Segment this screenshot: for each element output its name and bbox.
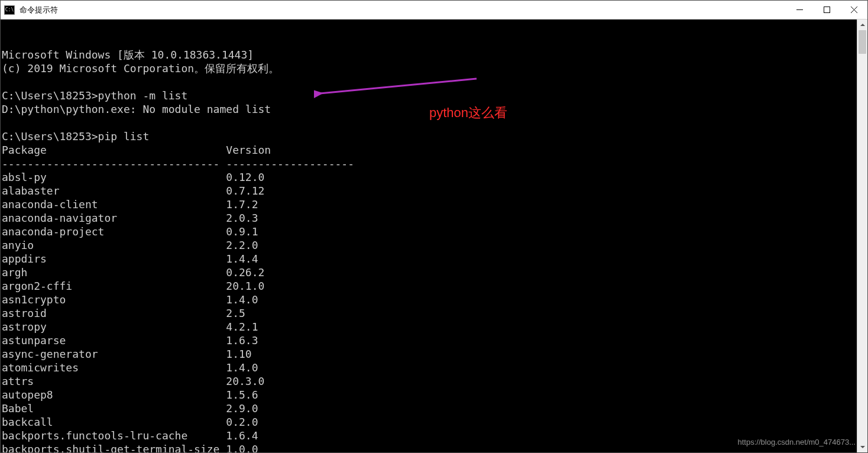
terminal-line: argon2-cffi 20.1.0 (2, 279, 867, 293)
chevron-up-icon (860, 22, 865, 27)
terminal-line: C:\Users\18253>python -m list (2, 89, 867, 102)
terminal-line: alabaster 0.7.12 (2, 184, 867, 198)
scroll-down-button[interactable] (857, 442, 867, 452)
terminal-line: astropy 4.2.1 (2, 320, 867, 334)
chevron-down-icon (860, 445, 865, 449)
vertical-scrollbar[interactable] (857, 20, 867, 452)
terminal-content: Microsoft Windows [版本 10.0.18363.1443](c… (2, 48, 867, 452)
terminal-line: async-generator 1.10 (2, 347, 867, 361)
terminal-area[interactable]: Microsoft Windows [版本 10.0.18363.1443](c… (1, 20, 867, 452)
maximize-icon (824, 7, 830, 13)
window-controls (786, 1, 867, 19)
terminal-line: anyio 2.2.0 (2, 238, 867, 252)
terminal-line: anaconda-client 1.7.2 (2, 198, 867, 211)
scroll-up-button[interactable] (857, 20, 867, 30)
titlebar[interactable]: C:\ 命令提示符 (1, 1, 867, 20)
terminal-line: backcall 0.2.0 (2, 415, 867, 429)
window-title: 命令提示符 (20, 5, 58, 15)
minimize-button[interactable] (786, 1, 813, 19)
terminal-line: C:\Users\18253>pip list (2, 130, 867, 143)
terminal-line: astunparse 1.6.3 (2, 334, 867, 347)
maximize-button[interactable] (813, 1, 840, 19)
close-icon (851, 7, 857, 13)
svg-rect-1 (824, 7, 830, 13)
terminal-line: autopep8 1.5.6 (2, 388, 867, 402)
cmd-icon: C:\ (4, 5, 15, 15)
terminal-line: anaconda-navigator 2.0.3 (2, 211, 867, 225)
terminal-line: D:\python\python.exe: No module named li… (2, 102, 867, 116)
command-prompt-window: C:\ 命令提示符 Microsoft Windows [版本 10.0.183… (0, 0, 868, 453)
terminal-line: absl-py 0.12.0 (2, 170, 867, 184)
terminal-line (2, 116, 867, 130)
terminal-line: ---------------------------------- -----… (2, 157, 867, 170)
close-button[interactable] (840, 1, 867, 19)
titlebar-left: C:\ 命令提示符 (1, 5, 58, 15)
terminal-line: Package Version (2, 143, 867, 157)
terminal-line: backports.shutil-get-terminal-size 1.0.0 (2, 442, 867, 452)
terminal-line: Microsoft Windows [版本 10.0.18363.1443] (2, 48, 867, 62)
terminal-line: argh 0.26.2 (2, 266, 867, 279)
minimize-icon (796, 7, 803, 13)
terminal-line: Babel 2.9.0 (2, 402, 867, 415)
terminal-line (2, 75, 867, 89)
scroll-track[interactable] (857, 30, 867, 442)
terminal-line: backports.functools-lru-cache 1.6.4 (2, 429, 867, 442)
terminal-line: astroid 2.5 (2, 306, 867, 320)
terminal-line: asn1crypto 1.4.0 (2, 293, 867, 306)
terminal-line: (c) 2019 Microsoft Corporation。保留所有权利。 (2, 62, 867, 75)
terminal-line: anaconda-project 0.9.1 (2, 225, 867, 238)
terminal-line: atomicwrites 1.4.0 (2, 361, 867, 374)
terminal-line: appdirs 1.4.4 (2, 252, 867, 266)
terminal-line: attrs 20.3.0 (2, 374, 867, 388)
scroll-thumb[interactable] (859, 30, 866, 54)
